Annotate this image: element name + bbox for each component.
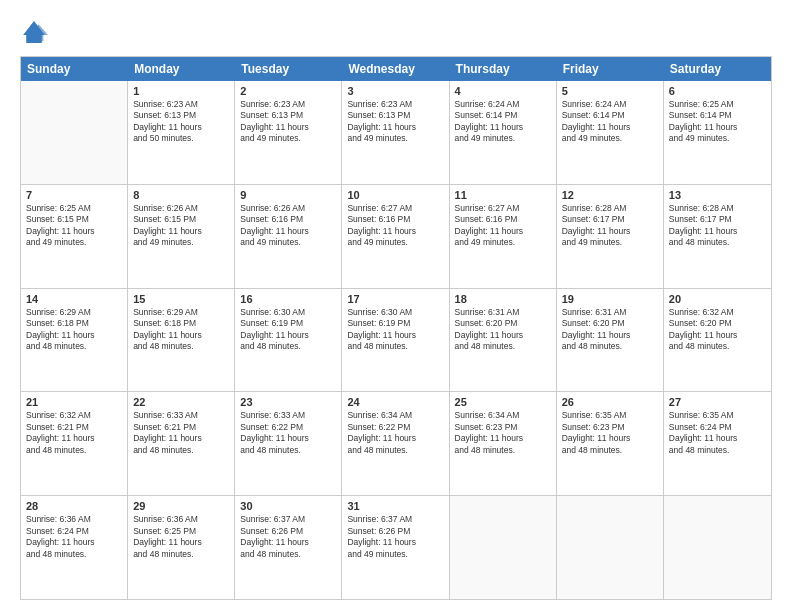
day-number: 13 [669,189,766,201]
cal-cell: 15Sunrise: 6:29 AM Sunset: 6:18 PM Dayli… [128,289,235,392]
cal-cell: 20Sunrise: 6:32 AM Sunset: 6:20 PM Dayli… [664,289,771,392]
day-number: 18 [455,293,551,305]
cal-cell: 2Sunrise: 6:23 AM Sunset: 6:13 PM Daylig… [235,81,342,184]
cell-content: Sunrise: 6:23 AM Sunset: 6:13 PM Dayligh… [347,99,443,145]
day-number: 3 [347,85,443,97]
cell-content: Sunrise: 6:29 AM Sunset: 6:18 PM Dayligh… [26,307,122,353]
cell-content: Sunrise: 6:24 AM Sunset: 6:14 PM Dayligh… [562,99,658,145]
day-number: 25 [455,396,551,408]
cal-cell: 14Sunrise: 6:29 AM Sunset: 6:18 PM Dayli… [21,289,128,392]
cal-cell [664,496,771,599]
cell-content: Sunrise: 6:25 AM Sunset: 6:14 PM Dayligh… [669,99,766,145]
day-number: 8 [133,189,229,201]
day-number: 5 [562,85,658,97]
cell-content: Sunrise: 6:30 AM Sunset: 6:19 PM Dayligh… [347,307,443,353]
cell-content: Sunrise: 6:24 AM Sunset: 6:14 PM Dayligh… [455,99,551,145]
cal-cell: 18Sunrise: 6:31 AM Sunset: 6:20 PM Dayli… [450,289,557,392]
day-number: 20 [669,293,766,305]
cell-content: Sunrise: 6:31 AM Sunset: 6:20 PM Dayligh… [455,307,551,353]
day-number: 7 [26,189,122,201]
header-day-friday: Friday [557,57,664,81]
cell-content: Sunrise: 6:23 AM Sunset: 6:13 PM Dayligh… [133,99,229,145]
day-number: 4 [455,85,551,97]
day-number: 16 [240,293,336,305]
day-number: 10 [347,189,443,201]
calendar-body: 1Sunrise: 6:23 AM Sunset: 6:13 PM Daylig… [21,81,771,599]
header-day-saturday: Saturday [664,57,771,81]
cell-content: Sunrise: 6:30 AM Sunset: 6:19 PM Dayligh… [240,307,336,353]
header-day-sunday: Sunday [21,57,128,81]
cal-cell: 29Sunrise: 6:36 AM Sunset: 6:25 PM Dayli… [128,496,235,599]
cal-cell: 12Sunrise: 6:28 AM Sunset: 6:17 PM Dayli… [557,185,664,288]
cal-cell: 11Sunrise: 6:27 AM Sunset: 6:16 PM Dayli… [450,185,557,288]
day-number: 21 [26,396,122,408]
cell-content: Sunrise: 6:26 AM Sunset: 6:15 PM Dayligh… [133,203,229,249]
calendar: SundayMondayTuesdayWednesdayThursdayFrid… [20,56,772,600]
cal-cell: 1Sunrise: 6:23 AM Sunset: 6:13 PM Daylig… [128,81,235,184]
cell-content: Sunrise: 6:28 AM Sunset: 6:17 PM Dayligh… [562,203,658,249]
cal-cell: 3Sunrise: 6:23 AM Sunset: 6:13 PM Daylig… [342,81,449,184]
cal-cell: 9Sunrise: 6:26 AM Sunset: 6:16 PM Daylig… [235,185,342,288]
header-day-monday: Monday [128,57,235,81]
cell-content: Sunrise: 6:33 AM Sunset: 6:22 PM Dayligh… [240,410,336,456]
cell-content: Sunrise: 6:36 AM Sunset: 6:25 PM Dayligh… [133,514,229,560]
cal-cell: 26Sunrise: 6:35 AM Sunset: 6:23 PM Dayli… [557,392,664,495]
header-day-tuesday: Tuesday [235,57,342,81]
cell-content: Sunrise: 6:25 AM Sunset: 6:15 PM Dayligh… [26,203,122,249]
day-number: 23 [240,396,336,408]
cell-content: Sunrise: 6:27 AM Sunset: 6:16 PM Dayligh… [347,203,443,249]
cal-cell: 7Sunrise: 6:25 AM Sunset: 6:15 PM Daylig… [21,185,128,288]
day-number: 27 [669,396,766,408]
day-number: 14 [26,293,122,305]
cal-cell: 6Sunrise: 6:25 AM Sunset: 6:14 PM Daylig… [664,81,771,184]
cell-content: Sunrise: 6:35 AM Sunset: 6:24 PM Dayligh… [669,410,766,456]
cell-content: Sunrise: 6:35 AM Sunset: 6:23 PM Dayligh… [562,410,658,456]
cal-cell: 30Sunrise: 6:37 AM Sunset: 6:26 PM Dayli… [235,496,342,599]
cell-content: Sunrise: 6:33 AM Sunset: 6:21 PM Dayligh… [133,410,229,456]
day-number: 12 [562,189,658,201]
calendar-header: SundayMondayTuesdayWednesdayThursdayFrid… [21,57,771,81]
cal-cell: 8Sunrise: 6:26 AM Sunset: 6:15 PM Daylig… [128,185,235,288]
cal-cell [557,496,664,599]
day-number: 19 [562,293,658,305]
day-number: 17 [347,293,443,305]
day-number: 26 [562,396,658,408]
day-number: 24 [347,396,443,408]
page: SundayMondayTuesdayWednesdayThursdayFrid… [0,0,792,612]
cal-cell: 16Sunrise: 6:30 AM Sunset: 6:19 PM Dayli… [235,289,342,392]
cell-content: Sunrise: 6:29 AM Sunset: 6:18 PM Dayligh… [133,307,229,353]
header-day-wednesday: Wednesday [342,57,449,81]
cell-content: Sunrise: 6:34 AM Sunset: 6:23 PM Dayligh… [455,410,551,456]
day-number: 15 [133,293,229,305]
cal-cell: 10Sunrise: 6:27 AM Sunset: 6:16 PM Dayli… [342,185,449,288]
day-number: 22 [133,396,229,408]
cal-cell: 13Sunrise: 6:28 AM Sunset: 6:17 PM Dayli… [664,185,771,288]
day-number: 31 [347,500,443,512]
logo-icon [20,18,48,46]
cal-cell: 23Sunrise: 6:33 AM Sunset: 6:22 PM Dayli… [235,392,342,495]
day-number: 2 [240,85,336,97]
cell-content: Sunrise: 6:37 AM Sunset: 6:26 PM Dayligh… [347,514,443,560]
day-number: 6 [669,85,766,97]
day-number: 1 [133,85,229,97]
header [20,18,772,46]
week-row-1: 1Sunrise: 6:23 AM Sunset: 6:13 PM Daylig… [21,81,771,185]
cal-cell: 27Sunrise: 6:35 AM Sunset: 6:24 PM Dayli… [664,392,771,495]
day-number: 28 [26,500,122,512]
cell-content: Sunrise: 6:27 AM Sunset: 6:16 PM Dayligh… [455,203,551,249]
cell-content: Sunrise: 6:36 AM Sunset: 6:24 PM Dayligh… [26,514,122,560]
logo [20,18,52,46]
cal-cell: 21Sunrise: 6:32 AM Sunset: 6:21 PM Dayli… [21,392,128,495]
day-number: 9 [240,189,336,201]
cal-cell: 31Sunrise: 6:37 AM Sunset: 6:26 PM Dayli… [342,496,449,599]
week-row-2: 7Sunrise: 6:25 AM Sunset: 6:15 PM Daylig… [21,185,771,289]
cell-content: Sunrise: 6:23 AM Sunset: 6:13 PM Dayligh… [240,99,336,145]
cal-cell: 17Sunrise: 6:30 AM Sunset: 6:19 PM Dayli… [342,289,449,392]
day-number: 11 [455,189,551,201]
cal-cell: 28Sunrise: 6:36 AM Sunset: 6:24 PM Dayli… [21,496,128,599]
cell-content: Sunrise: 6:26 AM Sunset: 6:16 PM Dayligh… [240,203,336,249]
cal-cell: 24Sunrise: 6:34 AM Sunset: 6:22 PM Dayli… [342,392,449,495]
cell-content: Sunrise: 6:37 AM Sunset: 6:26 PM Dayligh… [240,514,336,560]
day-number: 30 [240,500,336,512]
week-row-3: 14Sunrise: 6:29 AM Sunset: 6:18 PM Dayli… [21,289,771,393]
